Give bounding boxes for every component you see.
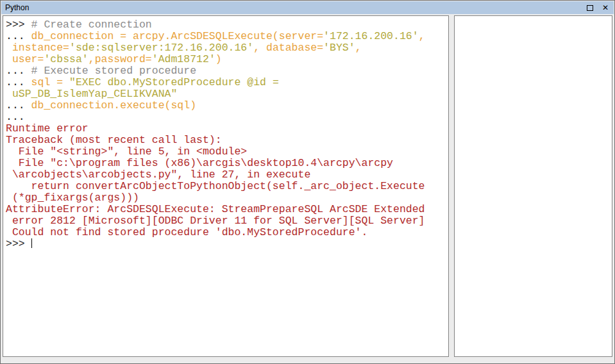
pane-splitter[interactable]: [449, 15, 454, 357]
console-line: \arcobjects\arcobjects.py", line 27, in …: [6, 169, 446, 181]
python-window: Python ✕ >>> # Create connection... db_c…: [0, 0, 615, 364]
help-pane[interactable]: [454, 15, 612, 357]
console-line: user='cbssa',password='Adm18712'): [6, 54, 446, 65]
console-line: ... db_connection = arcpy.ArcSDESQLExecu…: [6, 31, 446, 42]
window-content: >>> # Create connection... db_connection…: [3, 15, 612, 357]
console-line: Traceback (most recent call last):: [6, 135, 446, 146]
window-controls: ✕: [586, 3, 610, 12]
console-line: File "c:\program files (x86)\arcgis\desk…: [6, 158, 446, 169]
console-line: ... # Execute stored procedure: [6, 65, 446, 77]
float-button[interactable]: [586, 3, 594, 12]
titlebar[interactable]: Python ✕: [1, 1, 614, 14]
console-line: ... db_connection.execute(sql): [6, 100, 446, 112]
console-line: ...: [6, 112, 446, 123]
window-title: Python: [5, 1, 29, 14]
float-window-icon: [587, 5, 593, 11]
close-icon: ✕: [602, 3, 609, 12]
console-line: >>>: [6, 238, 446, 250]
close-button[interactable]: ✕: [601, 3, 610, 12]
console-line: error 2812 [Microsoft][ODBC Driver 11 fo…: [6, 215, 446, 227]
console-line: instance='sde:sqlserver:172.16.200.16', …: [6, 42, 446, 54]
console-line: return convertArcObjectToPythonObject(se…: [6, 181, 446, 192]
console-pane[interactable]: >>> # Create connection... db_connection…: [3, 15, 449, 357]
console-line: Runtime error: [6, 123, 446, 135]
console-line: ... sql = "EXEC dbo.MyStoredProcedure @i…: [6, 77, 446, 88]
console-line: >>> # Create connection: [6, 19, 446, 31]
console-line: Could not find stored procedure 'dbo.MyS…: [6, 227, 446, 238]
console-line: uSP_DB_IslemYap_CELIKVANA": [6, 88, 446, 100]
console-line: (*gp_fixargs(args))): [6, 192, 446, 204]
console-output: >>> # Create connection... db_connection…: [3, 16, 448, 253]
console-line: AttributeError: ArcSDESQLExecute: Stream…: [6, 204, 446, 215]
console-line: File "<string>", line 5, in <module>: [6, 146, 446, 158]
text-cursor: [31, 238, 32, 248]
